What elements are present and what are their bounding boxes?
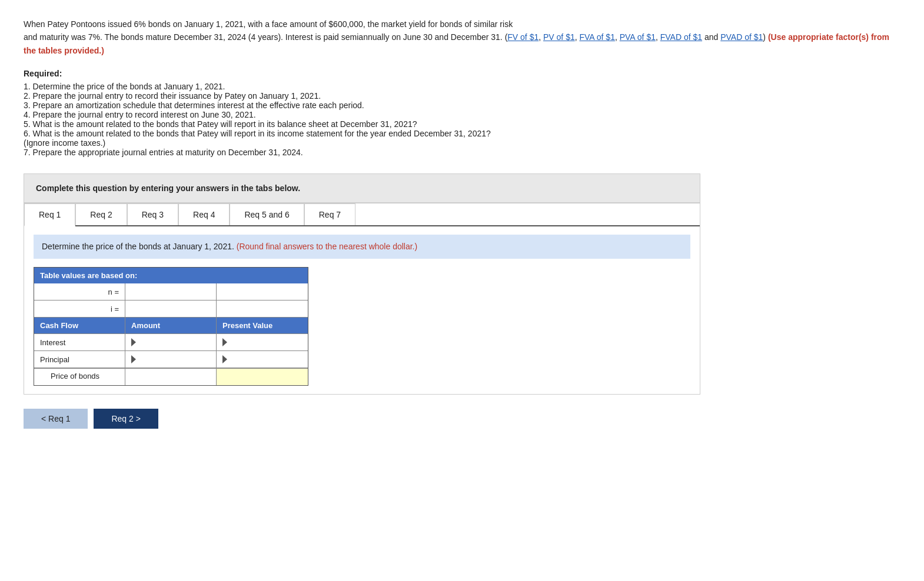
triangle-icon-pv: [222, 338, 227, 346]
principal-pv-input[interactable]: [230, 355, 293, 364]
tab-req5and6[interactable]: Req 5 and 6: [230, 203, 304, 225]
interest-pv-input[interactable]: [230, 338, 293, 347]
req-item-1: 1. Determine the price of the bonds at J…: [24, 82, 900, 91]
cf-interest-amount[interactable]: [125, 334, 217, 350]
intro-paragraph: When Patey Pontoons issued 6% bonds on J…: [24, 18, 895, 57]
cf-principal-label: Principal: [34, 351, 125, 368]
tab-content: Determine the price of the bonds at Janu…: [24, 226, 700, 394]
price-value-cell[interactable]: [217, 369, 308, 385]
instruction-orange: (Round final answers to the nearest whol…: [237, 242, 417, 251]
price-row: Price of bonds: [34, 368, 308, 385]
table-values-section: Table values are based on: n = i =: [34, 267, 308, 386]
intro-text-line2: and maturity was 7%. The bonds mature De…: [24, 32, 507, 42]
i-input-1[interactable]: [131, 305, 210, 313]
cf-row-interest: Interest: [34, 334, 308, 351]
cf-header-row: Cash Flow Amount Present Value: [34, 318, 308, 334]
n-label: n =: [34, 283, 125, 300]
cf-principal-amount[interactable]: [125, 351, 217, 368]
i-input-col1[interactable]: [125, 300, 217, 317]
interest-amount-input[interactable]: [138, 338, 201, 347]
cf-header-pv: Present Value: [217, 318, 308, 333]
principal-amount-input[interactable]: [138, 355, 201, 364]
price-value-input[interactable]: [217, 369, 308, 383]
cf-row-principal: Principal: [34, 351, 308, 368]
link-fv[interactable]: FV of $1: [507, 32, 539, 42]
n-input-col1[interactable]: [125, 283, 217, 300]
tabs-container: Req 1 Req 2 Req 3 Req 4 Req 5 and 6 Req …: [24, 203, 700, 395]
tab-req2[interactable]: Req 2: [75, 203, 127, 225]
tab-req4[interactable]: Req 4: [178, 203, 230, 225]
link-pv[interactable]: PV of $1: [543, 32, 575, 42]
req-item-3: 3. Prepare an amortization schedule that…: [24, 101, 900, 110]
cf-principal-pv[interactable]: [217, 351, 308, 368]
tv-row-i: i =: [34, 300, 308, 318]
req-item-5: 5. What is the amount related to the bon…: [24, 119, 900, 129]
prev-button[interactable]: < Req 1: [24, 409, 88, 429]
req-item-4: 4. Prepare the journal entry to record i…: [24, 110, 900, 119]
link-pvad[interactable]: PVAD of $1: [720, 32, 763, 42]
instruction-bar: Determine the price of the bonds at Janu…: [34, 235, 690, 259]
cf-interest-pv[interactable]: [217, 334, 308, 350]
triangle-principal-icon: [131, 355, 136, 363]
tabs-row: Req 1 Req 2 Req 3 Req 4 Req 5 and 6 Req …: [24, 203, 700, 226]
cf-header-amount: Amount: [125, 318, 217, 333]
tab-req3[interactable]: Req 3: [127, 203, 178, 225]
n-input-1[interactable]: [131, 288, 210, 296]
cf-interest-label: Interest: [34, 334, 125, 350]
required-title: Required:: [24, 69, 900, 78]
bottom-nav: < Req 1 Req 2 >: [24, 409, 900, 429]
tab-req1[interactable]: Req 1: [24, 203, 75, 226]
i-input-2[interactable]: [222, 305, 302, 313]
link-fva[interactable]: FVA of $1: [579, 32, 614, 42]
req-item-6: 6. What is the amount related to the bon…: [24, 129, 900, 138]
n-input-2[interactable]: [222, 288, 302, 296]
req-item-2: 2. Prepare the journal entry to record t…: [24, 91, 900, 101]
tv-row-n: n =: [34, 283, 308, 300]
table-values-header: Table values are based on:: [34, 268, 308, 283]
req-ignore: (Ignore income taxes.): [24, 138, 900, 148]
next-button[interactable]: Req 2 >: [94, 409, 158, 429]
n-input-col2[interactable]: [217, 283, 308, 300]
complete-question-box: Complete this question by entering your …: [24, 173, 700, 203]
price-label: Price of bonds: [34, 369, 125, 385]
triangle-principal-pv-icon: [222, 355, 227, 363]
instruction-text: Determine the price of the bonds at Janu…: [42, 242, 237, 251]
intro-text-line1: When Patey Pontoons issued 6% bonds on J…: [24, 19, 513, 29]
i-label: i =: [34, 300, 125, 317]
tab-req7[interactable]: Req 7: [304, 203, 355, 225]
price-blank: [125, 369, 217, 385]
cf-header-cashflow: Cash Flow: [34, 318, 125, 333]
link-fvad[interactable]: FVAD of $1: [660, 32, 702, 42]
i-input-col2[interactable]: [217, 300, 308, 317]
complete-title: Complete this question by entering your …: [36, 183, 688, 193]
link-pva[interactable]: PVA of $1: [620, 32, 656, 42]
triangle-icon: [131, 338, 136, 346]
req-item-7: 7. Prepare the appropriate journal entri…: [24, 148, 900, 157]
required-section: Required: 1. Determine the price of the …: [24, 69, 900, 157]
